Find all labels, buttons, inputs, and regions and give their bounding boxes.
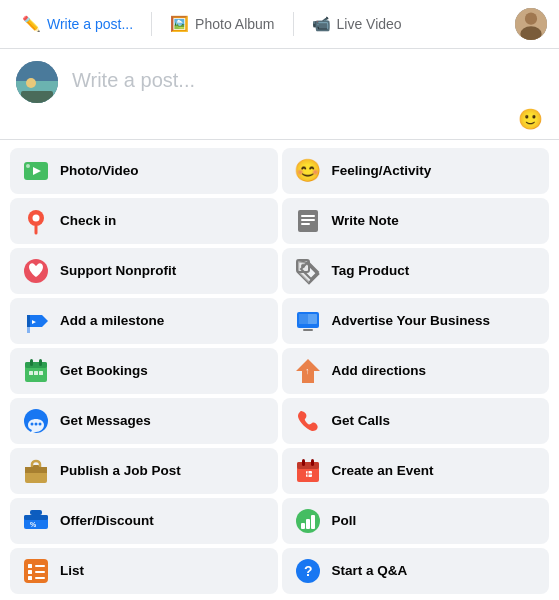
option-add-directions[interactable]: ↑ Add directions [282, 348, 550, 394]
tab-photo-album-label: Photo Album [195, 16, 274, 32]
poll-label: Poll [332, 513, 357, 529]
nav-divider-1 [151, 12, 152, 36]
create-event-label: Create an Event [332, 463, 434, 479]
svg-rect-24 [27, 327, 30, 333]
svg-point-7 [26, 78, 36, 88]
create-event-icon [294, 457, 322, 485]
check-in-icon [22, 207, 50, 235]
nav-divider-2 [293, 12, 294, 36]
svg-point-2 [525, 13, 537, 25]
feeling-activity-label: Feeling/Activity [332, 163, 432, 179]
add-milestone-icon: ▸ [22, 307, 50, 335]
emoji-row: 🙂 [0, 107, 559, 139]
option-get-calls[interactable]: Get Calls [282, 398, 550, 444]
svg-rect-5 [16, 61, 58, 81]
svg-rect-15 [301, 215, 315, 217]
start-qa-label: Start a Q&A [332, 563, 408, 579]
svg-point-41 [35, 423, 38, 426]
option-start-qa[interactable]: ? Start a Q&A [282, 548, 550, 594]
option-publish-job-post[interactable]: Publish a Job Post [10, 448, 278, 494]
svg-point-40 [31, 423, 34, 426]
svg-rect-63 [28, 570, 32, 574]
option-tag-product[interactable]: Tag Product [282, 248, 550, 294]
option-create-event[interactable]: Create an Event [282, 448, 550, 494]
svg-rect-31 [25, 362, 47, 368]
svg-rect-45 [33, 465, 39, 469]
post-avatar [16, 61, 58, 103]
emoji-button[interactable]: 🙂 [518, 107, 543, 131]
option-feeling-activity[interactable]: 😊Feeling/Activity [282, 148, 550, 194]
avatar[interactable] [515, 8, 547, 40]
add-directions-icon: ↑ [294, 357, 322, 385]
svg-rect-60 [311, 515, 315, 529]
tab-write-post[interactable]: ✏️ Write a post... [12, 9, 143, 39]
svg-text:▸: ▸ [32, 318, 36, 325]
start-qa-icon: ? [294, 557, 322, 585]
svg-point-11 [26, 164, 30, 168]
options-container: Photo/Video😊Feeling/Activity Check in Wr… [0, 139, 559, 600]
get-bookings-icon [22, 357, 50, 385]
svg-marker-22 [27, 315, 48, 327]
option-photo-video[interactable]: Photo/Video [10, 148, 278, 194]
option-add-milestone[interactable]: ▸ Add a milestone [10, 298, 278, 344]
svg-rect-47 [297, 462, 319, 469]
svg-rect-16 [301, 219, 315, 221]
option-write-note[interactable]: Write Note [282, 198, 550, 244]
advertise-business-label: Advertise Your Business [332, 313, 491, 329]
tag-product-icon [294, 257, 322, 285]
options-grid: Photo/Video😊Feeling/Activity Check in Wr… [10, 140, 549, 600]
svg-text:↑: ↑ [305, 366, 310, 376]
option-list[interactable]: List [10, 548, 278, 594]
publish-job-post-label: Publish a Job Post [60, 463, 181, 479]
option-advertise-business[interactable]: Advertise Your Business [282, 298, 550, 344]
svg-rect-54 [24, 515, 48, 520]
write-note-label: Write Note [332, 213, 399, 229]
tab-photo-album[interactable]: 🖼️ Photo Album [160, 9, 284, 39]
poll-icon [294, 507, 322, 535]
svg-text:?: ? [304, 563, 313, 579]
option-offer-discount[interactable]: % Offer/Discount [10, 498, 278, 544]
option-get-bookings[interactable]: Get Bookings [10, 348, 278, 394]
offer-discount-icon: % [22, 507, 50, 535]
svg-point-42 [39, 423, 42, 426]
svg-rect-64 [28, 576, 32, 580]
post-input[interactable]: Write a post... [68, 61, 543, 100]
option-check-in[interactable]: Check in [10, 198, 278, 244]
offer-discount-label: Offer/Discount [60, 513, 154, 529]
photo-video-label: Photo/Video [60, 163, 139, 179]
tab-write-post-label: Write a post... [47, 16, 133, 32]
svg-rect-33 [39, 359, 42, 366]
tab-live-video[interactable]: 📹 Live Video [302, 9, 412, 39]
option-get-messages[interactable]: Get Messages [10, 398, 278, 444]
svg-rect-36 [39, 371, 43, 375]
svg-text:%: % [30, 521, 37, 528]
svg-rect-59 [306, 519, 310, 529]
svg-rect-23 [27, 315, 30, 327]
svg-rect-62 [28, 564, 32, 568]
write-icon: ✏️ [22, 15, 41, 33]
photo-album-icon: 🖼️ [170, 15, 189, 33]
option-poll[interactable]: Poll [282, 498, 550, 544]
add-milestone-label: Add a milestone [60, 313, 164, 329]
svg-rect-17 [301, 223, 310, 225]
svg-rect-8 [21, 91, 53, 103]
get-messages-label: Get Messages [60, 413, 151, 429]
svg-rect-66 [35, 571, 45, 573]
publish-job-post-icon [22, 457, 50, 485]
svg-rect-34 [29, 371, 33, 375]
get-bookings-label: Get Bookings [60, 363, 148, 379]
support-nonprofit-icon [22, 257, 50, 285]
top-nav: ✏️ Write a post... 🖼️ Photo Album 📹 Live… [0, 0, 559, 49]
post-area: Write a post... [0, 49, 559, 107]
option-support-nonprofit[interactable]: Support Nonprofit [10, 248, 278, 294]
add-directions-label: Add directions [332, 363, 427, 379]
photo-video-icon [22, 157, 50, 185]
get-calls-icon [294, 407, 322, 435]
svg-rect-32 [30, 359, 33, 366]
advertise-business-icon [294, 307, 322, 335]
svg-point-13 [33, 215, 40, 222]
get-calls-label: Get Calls [332, 413, 391, 429]
get-messages-icon [22, 407, 50, 435]
svg-rect-55 [30, 510, 42, 515]
live-video-icon: 📹 [312, 15, 331, 33]
